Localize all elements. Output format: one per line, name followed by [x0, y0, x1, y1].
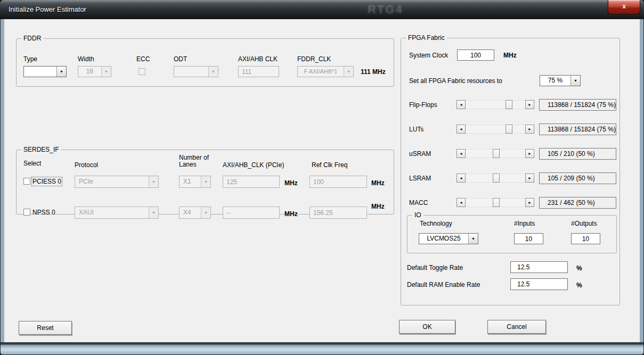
serdes-if-group-title: SERDES_IF [21, 146, 61, 153]
pciess0-checkbox[interactable] [23, 178, 30, 185]
serdes-select-header: Select [23, 160, 41, 167]
serdes-axi-clk-header: AXI/AHB_CLK (PCIe) [223, 161, 284, 169]
usram-label: uSRAM [409, 150, 431, 158]
fddr-axi-ahb-clk-field[interactable] [238, 66, 279, 77]
default-ram-enable-rate-unit: % [576, 282, 582, 289]
chevron-down-icon[interactable]: ▼ [468, 234, 478, 244]
npss0-protocol-combo[interactable]: XAUI ▼ [75, 207, 159, 219]
system-clock-unit: MHz [503, 52, 517, 59]
luts-value: 113868 / 151824 (75 %) [539, 123, 616, 135]
reset-button[interactable]: Reset [19, 321, 72, 335]
fddr-group: FDDR [16, 38, 394, 87]
arrow-right-icon[interactable]: ► [525, 174, 534, 183]
arrow-left-icon[interactable]: ◄ [456, 149, 466, 158]
usram-slider[interactable]: ◄ ► [456, 149, 534, 158]
background-watermark: RTG4 [368, 3, 403, 16]
chevron-down-icon: ▼ [201, 207, 210, 218]
default-ram-enable-rate-label: Default RAM Enable Rate [407, 281, 480, 288]
pciess0-label[interactable]: PCIESS 0 [32, 178, 61, 185]
default-ram-enable-rate-field[interactable] [510, 278, 568, 290]
fddr-type-label: Type [23, 55, 37, 63]
pciess0-ref-clk-field[interactable] [309, 176, 367, 188]
default-toggle-rate-label: Default Toggle Rate [407, 264, 463, 271]
flipflops-slider-thumb[interactable] [506, 100, 512, 109]
arrow-right-icon[interactable]: ► [525, 100, 534, 109]
flipflops-value: 113868 / 151824 (75 %) [539, 99, 616, 111]
npss0-axi-clk-unit: MHz [284, 210, 298, 218]
arrow-right-icon[interactable]: ► [525, 149, 534, 158]
chevron-down-icon: ▼ [201, 176, 210, 187]
macc-slider[interactable]: ◄ ► [456, 198, 534, 207]
initialize-power-estimator-dialog: RTG4 Initialize Power Estimator x FDDR T… [0, 0, 644, 355]
chevron-down-icon: ▼ [101, 67, 111, 77]
close-icon: x [622, 2, 626, 10]
default-toggle-rate-unit: % [576, 265, 582, 272]
flipflops-slider[interactable]: ◄ ► [456, 100, 534, 109]
npss0-ref-clk-field[interactable] [309, 207, 367, 219]
npss0-checkbox[interactable] [23, 209, 30, 216]
pciess0-axi-clk-unit: MHz [284, 179, 298, 187]
io-inputs-label: #Inputs [514, 220, 535, 227]
set-all-resources-combo[interactable]: 75 % ▼ [540, 75, 581, 86]
pciess0-axi-clk-field[interactable] [223, 176, 280, 188]
fddr-width-combo[interactable]: 16 ▼ [78, 66, 111, 77]
fddr-group-title: FDDR [21, 35, 43, 42]
luts-slider[interactable]: ◄ ► [456, 125, 534, 134]
chevron-down-icon: ▼ [208, 67, 218, 77]
fddr-width-label: Width [78, 55, 94, 63]
chevron-down-icon[interactable]: ▼ [570, 76, 580, 86]
default-toggle-rate-field[interactable] [510, 261, 568, 273]
title-bar: RTG4 Initialize Power Estimator [0, 0, 644, 19]
chevron-down-icon: ▼ [149, 176, 158, 187]
usram-value: 105 / 210 (50 %) [539, 148, 616, 160]
ok-button[interactable]: OK [399, 320, 455, 334]
fddr-type-combo[interactable]: ▼ [23, 66, 67, 77]
npss0-label[interactable]: NPSS 0 [32, 209, 55, 216]
arrow-left-icon[interactable]: ◄ [456, 174, 466, 183]
serdes-ref-clk-header: Ref Clk Freq [312, 161, 347, 169]
system-clock-field[interactable] [457, 49, 494, 61]
serdes-lanes-header: Number of Lanes [179, 154, 209, 168]
npss0-axi-clk-field[interactable] [223, 207, 280, 219]
usram-slider-thumb[interactable] [493, 149, 500, 158]
lsram-slider[interactable]: ◄ ► [456, 174, 534, 183]
npss0-lanes-combo[interactable]: X4 ▼ [179, 207, 211, 219]
arrow-left-icon[interactable]: ◄ [456, 125, 466, 134]
io-outputs-field[interactable] [571, 233, 600, 244]
cancel-button[interactable]: Cancel [487, 320, 546, 334]
fddr-ecc-label: ECC [136, 55, 150, 63]
fddr-clk-combo[interactable]: F AXI/AHB*1 ▼ [297, 66, 354, 77]
serdes-protocol-header: Protocol [75, 161, 98, 169]
fddr-clk-label: FDDR_CLK [297, 55, 331, 63]
chevron-down-icon: ▼ [344, 67, 353, 77]
arrow-left-icon[interactable]: ◄ [456, 198, 466, 207]
chevron-down-icon[interactable]: ▼ [56, 67, 66, 77]
npss0-ref-clk-unit: MHz [371, 203, 385, 210]
io-group-title: IO [412, 211, 423, 219]
flipflops-label: Flip-Flops [409, 101, 437, 109]
io-inputs-field[interactable] [514, 233, 543, 244]
chevron-down-icon: ▼ [149, 207, 158, 218]
fddr-freq-readout: 111 MHz [361, 68, 386, 76]
io-technology-label: Technology [420, 220, 452, 227]
macc-label: MACC [409, 199, 428, 207]
close-button[interactable]: x [608, 0, 640, 14]
fddr-odt-label: ODT [174, 55, 187, 63]
arrow-right-icon[interactable]: ► [525, 125, 534, 134]
lsram-slider-thumb[interactable] [493, 174, 500, 183]
window-title: Initialize Power Estimator [9, 5, 86, 13]
fddr-axi-ahb-clk-label: AXI/AHB CLK [238, 55, 278, 63]
macc-slider-thumb[interactable] [493, 198, 500, 207]
lsram-value: 105 / 209 (50 %) [539, 172, 616, 184]
fddr-odt-combo[interactable]: ▼ [174, 66, 218, 77]
io-outputs-label: #Outputs [571, 220, 597, 227]
io-technology-combo[interactable]: LVCMOS25 ▼ [419, 233, 478, 244]
arrow-left-icon[interactable]: ◄ [456, 100, 466, 109]
luts-slider-thumb[interactable] [506, 125, 512, 134]
pciess0-protocol-combo[interactable]: PCIe ▼ [75, 176, 159, 188]
window-bottom-border [1, 342, 643, 354]
pciess0-lanes-combo[interactable]: X1 ▼ [179, 176, 211, 188]
fddr-ecc-checkbox[interactable] [138, 68, 145, 75]
arrow-right-icon[interactable]: ► [525, 198, 534, 207]
lsram-label: LSRAM [409, 175, 431, 182]
